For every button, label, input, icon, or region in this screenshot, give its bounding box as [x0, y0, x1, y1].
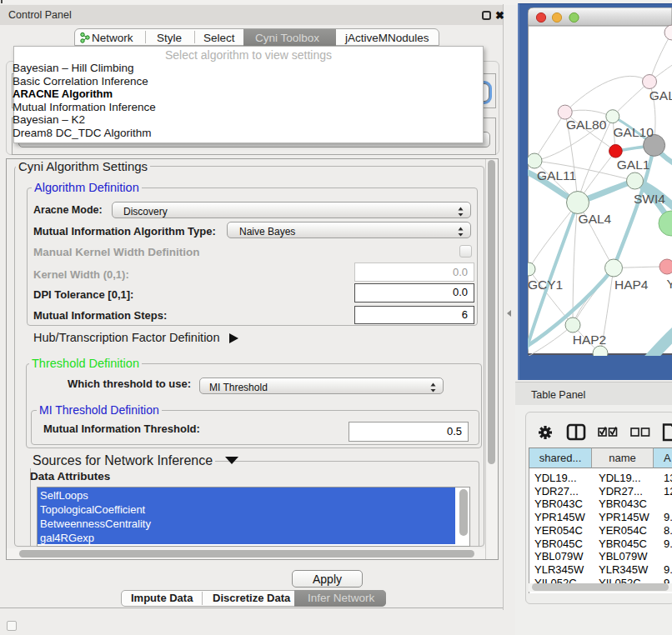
- svg-text:HAP4: HAP4: [614, 278, 649, 292]
- svg-text:GCY1: GCY1: [528, 278, 563, 292]
- svg-text:HAP2: HAP2: [573, 332, 607, 347]
- svg-text:SWI4: SWI4: [634, 192, 665, 206]
- svg-text:Y: Y: [667, 277, 672, 291]
- svg-text:GAL2: GAL2: [649, 88, 672, 102]
- svg-text:GAL4: GAL4: [579, 212, 612, 226]
- svg-text:GAL1: GAL1: [617, 158, 650, 172]
- svg-text:GAL80: GAL80: [566, 118, 607, 132]
- svg-text:GAL11: GAL11: [537, 168, 576, 182]
- svg-text:GAL10: GAL10: [614, 125, 654, 139]
